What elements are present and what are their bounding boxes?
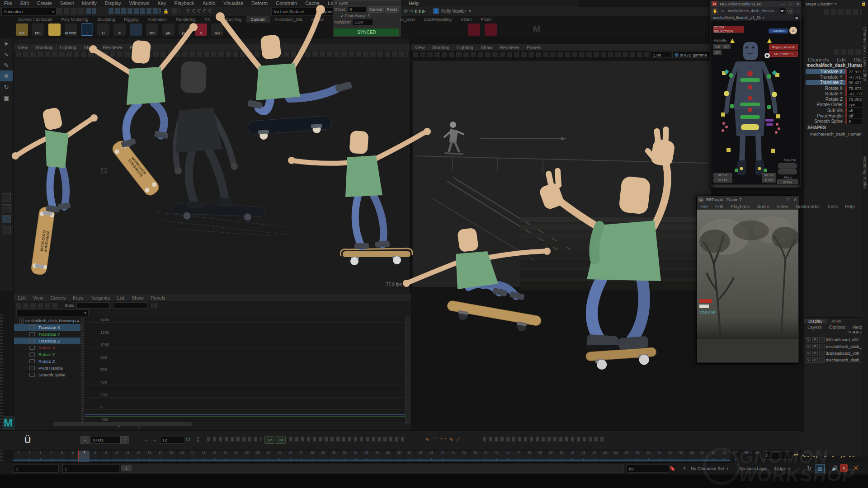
minimize-icon[interactable]: — (778, 197, 782, 202)
scroll-up-icon[interactable]: ▲ (76, 319, 80, 323)
ikfk-dropdown[interactable]: IK FK ▾ (777, 179, 798, 184)
viewport-left-toolbar[interactable] (16, 52, 408, 57)
layer-visibility-toggle[interactable]: V (806, 337, 811, 343)
curve-tool-icons[interactable]: ϚϚϚϚϚ (180, 7, 221, 14)
shelf-icon-N[interactable]: N (195, 23, 207, 36)
n-icon[interactable]: N: (780, 8, 785, 14)
shelf-icon-picker-red-2[interactable] (485, 23, 497, 36)
layer-menu-layers[interactable]: Layers (804, 324, 826, 330)
current-button[interactable]: Current (368, 6, 384, 13)
menu-modify[interactable]: Modify (78, 0, 100, 7)
tween-plus-button[interactable]: + (120, 436, 129, 444)
vp-right-menu-panels[interactable]: Panels (523, 45, 545, 50)
graph-menu-view[interactable]: View (29, 295, 47, 300)
animbot-icon[interactable]: Ü (22, 434, 33, 446)
graph-menu-panels[interactable]: Panels (147, 295, 169, 300)
video-menu-file[interactable]: File (697, 204, 712, 209)
picker-tab-row[interactable]: mechaMech_flourish_v1_01 ▾ ◼ (710, 14, 802, 20)
mute-icon[interactable] (29, 352, 35, 357)
shelf-icon-pkr[interactable]: pkr (162, 23, 175, 36)
selection-mask-icons[interactable] (86, 8, 97, 14)
graph-menu-curves[interactable]: Curves (47, 295, 69, 300)
graph-vscrollbar[interactable] (81, 318, 84, 422)
picker-titlebar[interactable]: M MG-PickerStudio v1.88 —□✕ (710, 0, 802, 7)
playback-end-field[interactable]: 69 (627, 465, 669, 473)
bookmark-icon[interactable]: 🔖 (669, 465, 675, 472)
live-surface-dropdown[interactable]: No Live Surface (271, 8, 321, 15)
close-icon[interactable]: ✕ (796, 2, 800, 6)
layer-visibility-toggle[interactable]: V (806, 344, 811, 349)
channel-row-rotate-order[interactable]: Rotate Orderzyx (806, 102, 868, 108)
sub-ctrl-slot-1[interactable] (778, 163, 797, 169)
menu-key[interactable]: Key (153, 0, 170, 7)
channel-box-menu-edit[interactable]: Edit (833, 56, 849, 63)
loop-icon[interactable]: ↻ (806, 465, 813, 472)
tab-channel-box[interactable]: Channel Box / Layer Editor (863, 27, 867, 82)
shelf-icon-badge-2[interactable] (48, 23, 61, 36)
video-menu-playback[interactable]: Playback (727, 204, 754, 209)
shelf-icon-✕[interactable]: ✕ (113, 23, 126, 36)
channel-row-sub-vis[interactable]: Sub Visoff (806, 108, 868, 113)
hand-tool-icon[interactable]: ✋ (712, 8, 718, 14)
layer-color-swatch[interactable] (819, 351, 825, 356)
shelf-icon-jmp[interactable]: jmp (179, 23, 191, 36)
speaker-icon[interactable]: 🔊 (831, 465, 838, 472)
fk2ik-button-left[interactable]: FK 2 IK (713, 173, 732, 178)
expand-icon[interactable]: + (19, 319, 24, 324)
video-content[interactable]: VOB CAP (697, 210, 798, 362)
grid-icon[interactable]: ⣿ (194, 436, 202, 443)
toolbox-tool-3[interactable]: ✥ (0, 70, 13, 81)
workspace-selector[interactable]: Maya Classic*▾ 🔒 (804, 0, 868, 7)
layer-row-0[interactable]: VPlkSkateboard_v00 (806, 336, 867, 343)
picker-canvas[interactable]: ZOOM SELECTION FRAMING ☺ Visibility ON O… (711, 21, 800, 184)
channel-tree-header[interactable]: + mechaMech_dash_Humanspi ▲ (16, 318, 83, 324)
vp-left-menu-panels[interactable]: Panels (126, 45, 148, 50)
gamma-field[interactable]: 1.00 (651, 52, 670, 58)
shelf-tab-quickmodeling[interactable]: quickModeling (420, 16, 456, 23)
layer-menu-options[interactable]: Options (826, 324, 849, 330)
shelf-tab-animation[interactable]: Animation (143, 16, 171, 23)
shelf-icon-U[interactable]: U (97, 23, 109, 36)
layer-color-swatch[interactable] (819, 357, 825, 363)
shelf-tab-rigging[interactable]: Rigging (119, 16, 143, 23)
shelf-tab-sculpting[interactable]: Sculpting (93, 16, 119, 23)
collapse-icon[interactable]: ▾ (335, 1, 337, 5)
close-icon[interactable]: ✕ (793, 197, 797, 202)
shelf-tab-custom[interactable]: Custom (246, 16, 270, 23)
graph-toolbar-icons[interactable] (16, 303, 59, 309)
layer-sync-icons[interactable]: ⏮◀▶⏭ (804, 330, 868, 335)
tm-button[interactable]: TM (276, 436, 286, 444)
timeline-frame-68[interactable]: 68 (741, 450, 751, 462)
chevron-down-icon[interactable]: ▾ (682, 465, 687, 472)
next-key-icon[interactable]: → (151, 436, 158, 443)
timeline-frame-69[interactable]: 69 (751, 450, 762, 462)
mute-icon[interactable] (29, 366, 35, 370)
shelf-tab-rendering[interactable]: Rendering (171, 16, 200, 23)
fps-dropdown[interactable]: 24 fps▾ (774, 465, 790, 472)
shelf-tab-poly-modeling[interactable]: Poly Modeling (57, 16, 93, 23)
snap-icons[interactable] (108, 8, 161, 14)
graph-channel-translate-x[interactable]: Translate X (14, 324, 80, 331)
power-icon[interactable]: ⏻ (184, 436, 192, 443)
graph-menu-keys[interactable]: Keys (69, 295, 87, 300)
toolbox-tool-1[interactable]: ∿ (0, 49, 13, 60)
mute-icon[interactable] (29, 359, 35, 363)
channel-row-smooth-spine[interactable]: Smooth Spine5 (806, 119, 868, 124)
maximize-icon[interactable]: □ (787, 197, 789, 202)
shape-name[interactable]: mechaMech_dash_Human:spi (804, 131, 868, 137)
menu-audio[interactable]: Audio (198, 0, 219, 7)
video-menu-edit[interactable]: Edit (712, 204, 727, 209)
viewport-right-toolbar[interactable] (413, 52, 649, 57)
ik2fk-button-left[interactable]: IK 2 FK (713, 178, 732, 183)
video-titlebar[interactable]: KC REF.mp4 - Frame 7 —□✕ (697, 196, 799, 203)
minimize-icon[interactable]: — (781, 2, 785, 6)
layer-row-1[interactable]: VPmechaMech_dash_ (806, 343, 867, 350)
shelf-tab-animation-sla[interactable]: Animation_Sla (270, 16, 307, 23)
graph-curve-area[interactable]: 1400120010008006004002000-200 (85, 316, 405, 423)
layer-visibility-toggle[interactable]: V (806, 351, 811, 356)
shelf-icon-![interactable]: ! (81, 23, 93, 36)
vp-right-menu-show[interactable]: Show (477, 45, 496, 50)
graph-channel-rotate-x[interactable]: Rotate X (14, 344, 80, 351)
shelf-tab-xgen[interactable]: XGen (456, 16, 476, 23)
menu-select[interactable]: Select (56, 0, 78, 7)
